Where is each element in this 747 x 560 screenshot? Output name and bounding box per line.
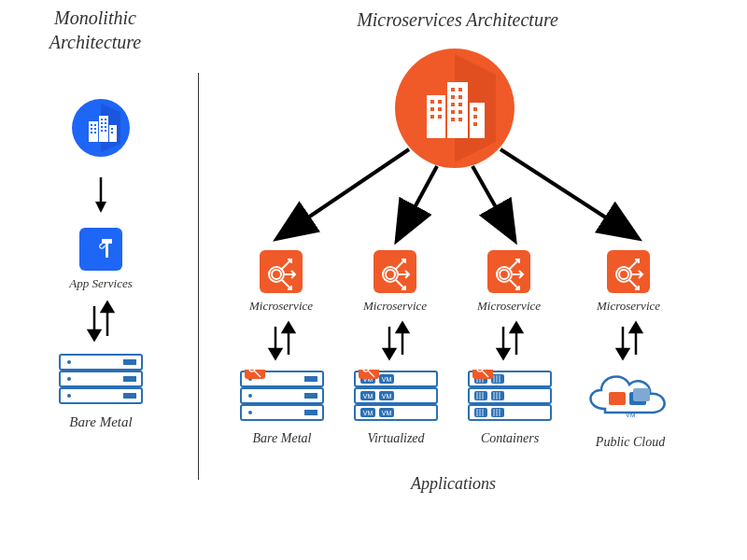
- svg-line-65: [282, 259, 291, 269]
- svg-rect-45: [451, 88, 455, 91]
- fanout-arrows: [215, 112, 719, 252]
- bare-metal-label-left: Bare Metal: [54, 414, 148, 430]
- svg-rect-31: [123, 359, 136, 365]
- svg-line-70: [396, 259, 405, 269]
- svg-rect-4: [94, 124, 96, 126]
- divider: [198, 73, 199, 480]
- svg-rect-39: [430, 100, 434, 104]
- svg-rect-22: [102, 239, 112, 244]
- svg-rect-167: [633, 388, 650, 401]
- svg-rect-11: [101, 122, 103, 124]
- monolithic-title: Monolithic Architecture: [21, 6, 170, 54]
- bare-metal-server-icon: [58, 353, 144, 407]
- microservice-label-2: Microservice: [353, 299, 437, 314]
- svg-rect-55: [473, 107, 477, 111]
- svg-rect-15: [101, 130, 103, 132]
- svg-marker-90: [397, 323, 408, 332]
- svg-line-67: [282, 280, 291, 289]
- svg-rect-40: [438, 100, 442, 104]
- svg-rect-50: [458, 103, 462, 106]
- svg-marker-94: [511, 323, 522, 332]
- svg-text:VM: VM: [382, 376, 392, 383]
- svg-line-75: [510, 259, 519, 269]
- svg-rect-107: [304, 410, 317, 415]
- svg-rect-0: [89, 121, 98, 142]
- svg-point-34: [67, 394, 71, 398]
- svg-rect-165: [609, 392, 626, 405]
- virtualized-icon: VM VM VM VM VM VM: [353, 370, 439, 424]
- microservice-label-1: Microservice: [239, 299, 323, 314]
- bidir-arrow-4: [611, 319, 648, 362]
- microservices-title: Microservices Architecture: [280, 9, 635, 31]
- microservice-label-4: Microservice: [586, 299, 670, 314]
- svg-rect-13: [101, 126, 103, 128]
- svg-rect-3: [91, 124, 92, 126]
- svg-text:VM: VM: [382, 393, 392, 399]
- svg-rect-35: [123, 393, 136, 399]
- svg-line-80: [629, 259, 639, 269]
- svg-rect-41: [430, 107, 434, 111]
- svg-rect-1: [99, 116, 108, 142]
- svg-rect-137: [491, 374, 504, 384]
- bidir-arrow-1: [263, 319, 301, 362]
- svg-line-72: [396, 280, 405, 289]
- microservice-icon-1: [260, 250, 303, 293]
- svg-rect-48: [458, 95, 462, 99]
- dep-label-bare-metal: Bare Metal: [235, 431, 329, 446]
- applications-label: Applications: [411, 474, 496, 494]
- svg-line-82: [629, 280, 639, 289]
- svg-rect-9: [101, 119, 103, 120]
- containers-icon: [467, 370, 553, 424]
- svg-rect-18: [111, 132, 113, 133]
- bidir-arrow-2: [377, 319, 415, 362]
- svg-rect-5: [91, 128, 92, 130]
- dep-label-public-cloud: Public Cloud: [579, 435, 682, 450]
- svg-point-104: [248, 394, 252, 398]
- svg-point-73: [500, 270, 509, 279]
- svg-point-63: [272, 270, 281, 279]
- bidir-arrow-3: [491, 319, 529, 362]
- svg-point-32: [67, 377, 71, 381]
- svg-rect-139: [491, 391, 504, 400]
- svg-text:VM: VM: [382, 410, 392, 416]
- svg-point-106: [248, 411, 252, 414]
- svg-line-62: [500, 149, 633, 235]
- svg-rect-16: [105, 130, 106, 132]
- svg-rect-46: [458, 88, 462, 91]
- svg-rect-33: [123, 376, 136, 382]
- svg-rect-128: [359, 370, 379, 379]
- app-services-label: App Services: [54, 276, 148, 291]
- arrow-down-icon: [91, 175, 111, 215]
- svg-rect-42: [438, 107, 442, 111]
- svg-text:VM: VM: [363, 393, 374, 399]
- microservice-label-3: Microservice: [467, 299, 551, 314]
- svg-rect-105: [304, 393, 317, 399]
- svg-marker-24: [89, 330, 100, 340]
- svg-rect-8: [94, 132, 96, 133]
- svg-marker-20: [95, 202, 106, 213]
- svg-marker-96: [617, 349, 628, 358]
- svg-point-68: [386, 270, 395, 279]
- svg-rect-103: [304, 376, 317, 382]
- svg-rect-160: [472, 370, 493, 379]
- svg-marker-92: [498, 349, 509, 358]
- svg-rect-12: [105, 122, 106, 124]
- app-services-icon: [79, 228, 122, 271]
- microservice-icon-4: [607, 250, 650, 293]
- svg-marker-26: [102, 302, 113, 312]
- svg-rect-138: [474, 391, 487, 400]
- svg-text:VM: VM: [626, 412, 636, 418]
- svg-marker-84: [270, 349, 281, 358]
- dep-label-virtualized: Virtualized: [349, 431, 443, 446]
- svg-rect-6: [94, 128, 96, 130]
- svg-point-78: [619, 270, 628, 279]
- svg-line-61: [472, 166, 512, 235]
- svg-rect-141: [491, 408, 504, 417]
- public-cloud-icon: VM: [577, 362, 682, 429]
- bare-metal-icon: [239, 370, 325, 424]
- svg-rect-140: [474, 408, 487, 417]
- svg-rect-10: [105, 119, 106, 120]
- svg-line-59: [282, 149, 409, 235]
- microservice-icon-2: [374, 250, 416, 293]
- svg-marker-88: [384, 349, 395, 358]
